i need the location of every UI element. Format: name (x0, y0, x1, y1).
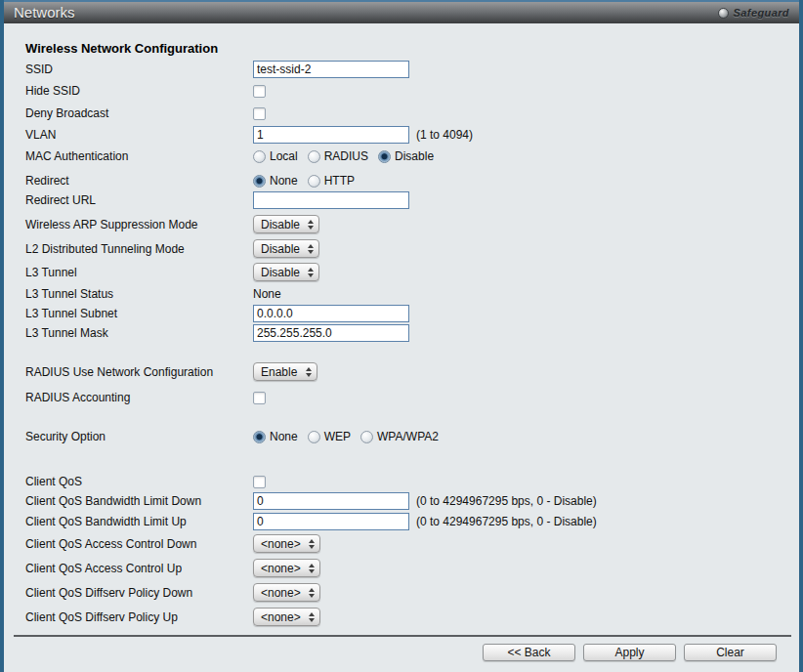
arp-suppression-label: Wireless ARP Suppression Mode (25, 218, 253, 231)
row-vlan: VLAN (1 to 4094) (25, 126, 799, 144)
arp-suppression-select[interactable]: Disable (253, 215, 319, 233)
qos-bw-down-input[interactable] (253, 492, 409, 510)
stepper-arrows-icon (306, 367, 312, 377)
hide-ssid-label: Hide SSID (25, 84, 253, 98)
section-title: Wireless Network Configuration (25, 41, 799, 57)
l2-tunneling-select[interactable]: Disable (253, 239, 319, 258)
l2-tunneling-label: L2 Distributed Tunneling Mode (25, 242, 253, 256)
qos-acl-up-select[interactable]: <none> (253, 559, 320, 577)
redirect-option-none[interactable]: None (253, 174, 298, 188)
row-qos-diffserv-up: Client QoS Diffserv Policy Up <none> (25, 608, 799, 626)
row-l3-tunnel: L3 Tunnel Disable (25, 263, 799, 281)
radio-security-wep-label: WEP (324, 430, 351, 443)
qos-diffserv-down-label: Client QoS Diffserv Policy Down (25, 586, 253, 600)
redirect-url-input[interactable] (253, 191, 409, 209)
row-hide-ssid: Hide SSID (25, 82, 799, 100)
apply-button[interactable]: Apply (583, 644, 676, 661)
radio-disable-label: Disable (395, 149, 434, 163)
radius-accounting-checkbox[interactable] (253, 392, 266, 404)
radio-redirect-http-label: HTTP (324, 174, 355, 188)
stepper-arrows-icon (308, 244, 314, 254)
radio-local-label: Local (270, 149, 298, 163)
vlan-range-note: (1 to 4094) (416, 128, 473, 142)
deny-broadcast-checkbox[interactable] (253, 107, 266, 120)
radio-security-wpa[interactable] (360, 431, 373, 443)
qos-diffserv-up-value: <none> (261, 610, 301, 624)
back-button[interactable]: << Back (483, 644, 575, 661)
qos-bw-up-input[interactable] (253, 513, 409, 530)
security-option-wpa[interactable]: WPA/WPA2 (360, 430, 439, 443)
mac-auth-option-radius[interactable]: RADIUS (308, 149, 368, 163)
stepper-arrows-icon (308, 220, 314, 230)
row-mac-authentication: MAC Authentication Local RADIUS Disable (25, 147, 799, 165)
wireless-config-form: Wireless Network Configuration SSID Hide… (4, 23, 799, 626)
qos-diffserv-up-select[interactable]: <none> (253, 608, 320, 626)
qos-diffserv-down-select[interactable]: <none> (253, 583, 320, 602)
l3-tunnel-mask-input[interactable] (253, 324, 409, 342)
footer-buttons: << Back Apply Clear (483, 644, 777, 661)
mac-authentication-label: MAC Authentication (25, 149, 253, 163)
qos-diffserv-down-value: <none> (261, 586, 301, 600)
l3-tunnel-mask-label: L3 Tunnel Mask (25, 326, 253, 340)
networks-page: Networks Safeguard Wireless Network Conf… (0, 0, 803, 672)
radius-use-network-value: Enable (261, 365, 297, 379)
qos-bw-up-label: Client QoS Bandwidth Limit Up (25, 515, 253, 528)
mac-auth-option-disable[interactable]: Disable (378, 149, 434, 163)
radio-security-wpa-label: WPA/WPA2 (377, 430, 439, 443)
radio-security-none[interactable] (253, 431, 266, 443)
radio-radius[interactable] (308, 150, 320, 163)
security-option-wep[interactable]: WEP (308, 430, 351, 443)
security-option-none[interactable]: None (253, 430, 298, 443)
l2-tunneling-value: Disable (261, 242, 300, 256)
row-radius-accounting: RADIUS Accounting (25, 389, 799, 406)
radio-disable[interactable] (378, 150, 391, 163)
clear-button[interactable]: Clear (684, 644, 777, 661)
redirect-radio-group: None HTTP (253, 174, 364, 188)
radio-radius-label: RADIUS (324, 149, 368, 163)
redirect-option-http[interactable]: HTTP (308, 174, 355, 188)
footer-divider (14, 635, 791, 637)
l3-tunnel-label: L3 Tunnel (25, 266, 253, 279)
ssid-input[interactable] (253, 61, 409, 78)
deny-broadcast-label: Deny Broadcast (25, 106, 253, 120)
title-bar: Networks Safeguard (4, 0, 799, 23)
qos-acl-down-value: <none> (261, 537, 301, 551)
redirect-url-label: Redirect URL (25, 193, 253, 207)
qos-acl-up-value: <none> (261, 562, 301, 575)
vlan-label: VLAN (25, 128, 253, 142)
row-l3-tunnel-subnet: L3 Tunnel Subnet (25, 305, 799, 322)
client-qos-checkbox[interactable] (253, 476, 266, 488)
radio-redirect-none-label: None (270, 174, 298, 188)
l3-tunnel-subnet-input[interactable] (253, 305, 409, 322)
qos-bw-up-note: (0 to 4294967295 bps, 0 - Disable) (416, 515, 597, 528)
hide-ssid-checkbox[interactable] (253, 85, 266, 98)
radius-use-network-select[interactable]: Enable (253, 362, 317, 381)
l3-tunnel-status-value: None (253, 287, 281, 301)
stepper-arrows-icon (309, 564, 315, 573)
l3-tunnel-select[interactable]: Disable (253, 263, 319, 281)
row-ssid: SSID (25, 61, 799, 78)
security-option-label: Security Option (25, 430, 253, 443)
radius-accounting-label: RADIUS Accounting (25, 391, 253, 404)
row-qos-diffserv-down: Client QoS Diffserv Policy Down <none> (25, 583, 799, 602)
row-l3-tunnel-mask: L3 Tunnel Mask (25, 324, 799, 342)
row-l2-tunneling: L2 Distributed Tunneling Mode Disable (25, 239, 799, 258)
radio-security-wep[interactable] (308, 431, 320, 443)
row-redirect-url: Redirect URL (25, 191, 799, 209)
radio-local[interactable] (253, 150, 266, 163)
mac-auth-option-local[interactable]: Local (253, 149, 298, 163)
client-qos-label: Client QoS (25, 475, 253, 488)
vlan-input[interactable] (253, 126, 409, 144)
l3-tunnel-status-label: L3 Tunnel Status (25, 287, 253, 301)
radio-redirect-none[interactable] (253, 175, 266, 188)
stepper-arrows-icon (309, 588, 315, 598)
radio-security-none-label: None (270, 430, 298, 443)
qos-bw-down-note: (0 to 4294967295 bps, 0 - Disable) (416, 494, 597, 508)
row-radius-use-network: RADIUS Use Network Configuration Enable (25, 362, 799, 381)
row-l3-tunnel-status: L3 Tunnel Status None (25, 285, 799, 303)
radio-redirect-http[interactable] (308, 175, 320, 188)
qos-acl-down-label: Client QoS Access Control Down (25, 537, 253, 551)
safeguard-label: Safeguard (734, 7, 789, 19)
qos-acl-down-select[interactable]: <none> (253, 534, 320, 553)
qos-diffserv-up-label: Client QoS Diffserv Policy Up (25, 610, 253, 624)
